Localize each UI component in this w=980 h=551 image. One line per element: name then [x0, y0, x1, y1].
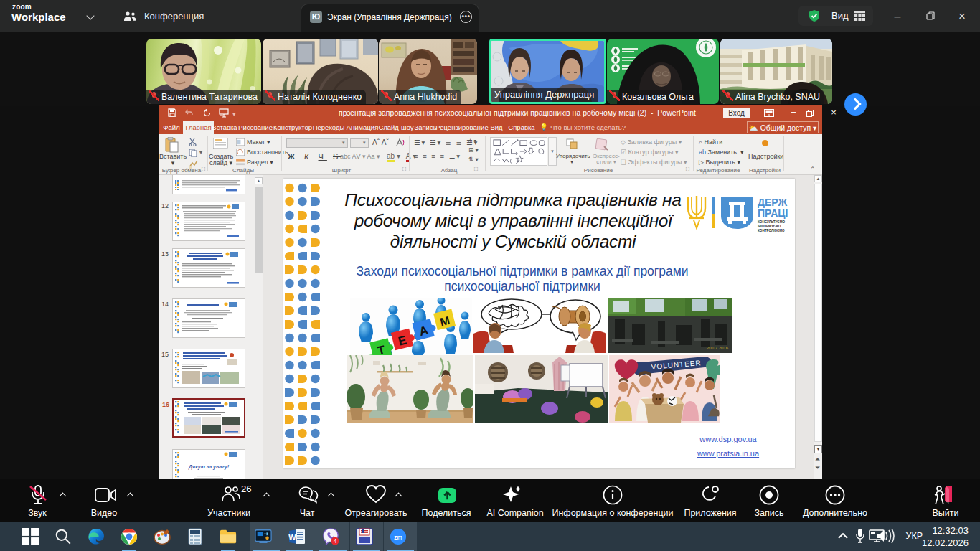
svg-text:ДЕРЖ: ДЕРЖ [758, 197, 787, 208]
svg-text:КОНТРОЛЮЄМО: КОНТРОЛЮЄМО [758, 229, 785, 232]
svg-text:КОНСУЛЬТУЄМО: КОНСУЛЬТУЄМО [758, 220, 785, 224]
svg-text:4: 4 [334, 537, 337, 545]
svg-text:Дякую за увагу!: Дякую за увагу! [188, 464, 230, 470]
svg-text:20.07.2016: 20.07.2016 [707, 346, 729, 350]
svg-text:ПРАЦІ: ПРАЦІ [758, 207, 788, 219]
svg-text:ІНФОРМУЄМО: ІНФОРМУЄМО [758, 225, 781, 228]
svg-text:zm: zm [394, 534, 402, 541]
svg-text:W: W [288, 533, 296, 542]
